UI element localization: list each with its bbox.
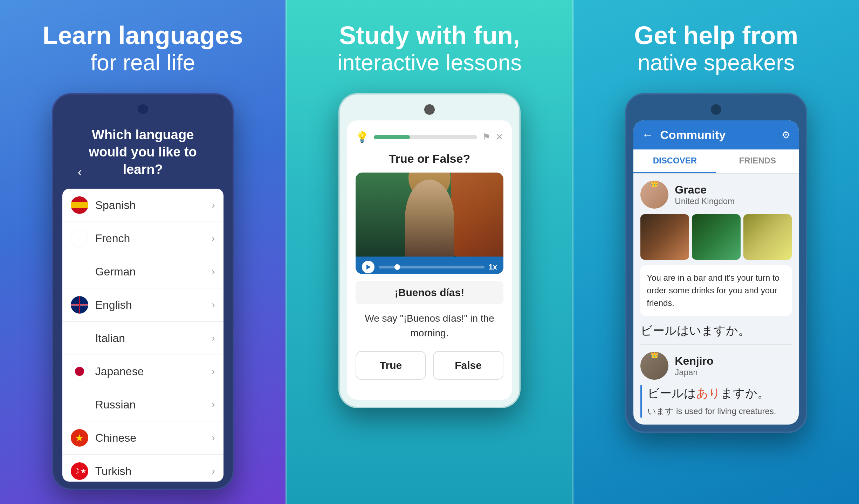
buenos-dias-text: ¡Buenos días! [356,281,503,304]
avatar-grace: 👑 [640,181,668,209]
grace-post-text: You are in a bar and it's your turn to o… [640,265,792,316]
flag-english [71,296,88,314]
photo-coffee [640,214,689,260]
right-heading-line2: native speakers [634,50,798,76]
back-arrow-icon[interactable]: ‹ [78,165,82,180]
chevron-russian: › [212,399,215,410]
flag-spanish [71,196,88,214]
tab-discover[interactable]: DISCOVER [633,149,716,173]
community-tabs: DISCOVER FRIENDS [633,149,799,174]
lang-name-german: German [95,265,212,278]
chevron-french: › [212,233,215,244]
quiz-title: True or False? [356,152,503,166]
video-person [356,173,503,257]
community-header: ← Community ⚙ [633,120,799,149]
chevron-english: › [212,299,215,310]
phone-notch-mid [424,104,435,115]
left-heading-normal: for real life [43,50,243,76]
explanation-text: We say "¡Buenos días!" in the morning. [356,311,503,341]
lang-item-chinese[interactable]: ★ Chinese › [62,421,224,455]
lang-name-spanish: Spanish [95,199,212,212]
photo-yellow [743,214,792,260]
flag-italian [71,329,88,347]
japanese-highlight: あり [696,386,721,400]
photo-green [692,214,741,260]
phone-notch-left [138,104,148,113]
right-heading-bold: Get help from [634,21,798,49]
flag-japanese [71,363,88,380]
flag-french [71,230,88,247]
play-button[interactable] [362,261,374,273]
middle-heading-line2: interactive lessons [337,50,522,76]
lang-name-french: French [95,232,212,245]
left-heading-bold: Learn languages [43,21,243,49]
false-button[interactable]: False [433,351,503,380]
grace-location: United Kingdom [675,196,735,206]
chevron-chinese: › [212,432,215,443]
flag-turkish: ☽ ★ [71,462,88,480]
lang-name-japanese: Japanese [95,365,212,378]
lang-name-russian: Russian [95,398,212,411]
video-frame: 1x [356,173,503,274]
kenjiro-info: Kenjiro Japan [675,355,713,377]
panel-left: Learn languages for real life ‹ Which la… [0,0,286,504]
japanese-before: ビールは [647,386,696,400]
flag-russian [71,396,88,413]
flag-german [71,263,88,280]
progress-bar-container [374,135,477,139]
chevron-spanish: › [212,200,215,211]
chevron-turkish: › [212,465,215,477]
bulb-icon: 💡 [356,131,369,143]
panel-middle: Study with fun, interactive lessons 💡 ⚑ … [286,0,573,504]
lang-item-english[interactable]: English › [62,288,224,322]
lang-item-spanish[interactable]: Spanish › [62,189,224,222]
community-body: 👑 Grace United Kingdom You are in a bar … [633,174,799,425]
user-card-grace: 👑 Grace United Kingdom [640,181,792,209]
community-title: Community [660,128,775,142]
quiz-toolbar: 💡 ⚑ ✕ [356,131,503,143]
video-inner [356,173,503,257]
lang-item-german[interactable]: German › [62,255,224,288]
japanese-after: ますか。 [721,386,769,400]
lang-item-japanese[interactable]: Japanese › [62,355,224,388]
lang-name-english: English [95,299,212,312]
lang-item-turkish[interactable]: ☽ ★ Turkish › [62,455,224,482]
language-list: Spanish › French › German › [62,189,224,482]
avatar-kenjiro: 👑 [640,352,668,380]
quiz-flag-icon[interactable]: ⚑ [482,132,490,142]
phone-notch-right [711,104,721,115]
kenjiro-location: Japan [675,368,713,377]
lang-name-chinese: Chinese [95,432,212,444]
quiz-buttons: True False [356,351,503,380]
which-language-text: Which language would you like to learn? [76,126,209,178]
filter-icon[interactable]: ⚙ [782,129,790,141]
kenjiro-name: Kenjiro [675,355,713,368]
right-content: ← Community ⚙ DISCOVER FRIENDS 👑 Grace [633,120,799,425]
fruits-bg [451,173,503,257]
chevron-japanese: › [212,366,215,377]
community-back-icon[interactable]: ← [642,128,653,141]
user-card-kenjiro: 👑 Kenjiro Japan [640,352,792,380]
panel-right: Get help from native speakers ← Communit… [573,0,859,504]
progress-bar-fill [374,135,410,139]
right-heading: Get help from native speakers [634,21,798,76]
chevron-german: › [212,266,215,277]
true-button[interactable]: True [356,351,426,380]
japanese-text-1: ビールはいますか。 [640,323,792,339]
left-heading: Learn languages for real life [43,21,243,76]
lang-item-italian[interactable]: Italian › [62,322,224,355]
middle-heading-normal: Study with fun, [339,21,520,49]
tab-friends[interactable]: FRIENDS [716,149,799,173]
lang-name-turkish: Turkish [95,465,212,478]
person-silhouette [405,180,454,257]
chevron-italian: › [212,332,215,344]
audio-progress-bar[interactable] [379,266,485,268]
kenjiro-section: ビールはありますか。 います is used for living creatu… [640,385,792,418]
video-controls: 1x [356,257,503,274]
speed-label[interactable]: 1x [489,262,497,272]
grace-photo-strip [640,214,792,260]
grammar-note: います is used for living creatures. [647,405,792,418]
quiz-close-icon[interactable]: ✕ [496,132,503,142]
lang-item-french[interactable]: French › [62,222,224,255]
lang-item-russian[interactable]: Russian › [62,388,224,421]
